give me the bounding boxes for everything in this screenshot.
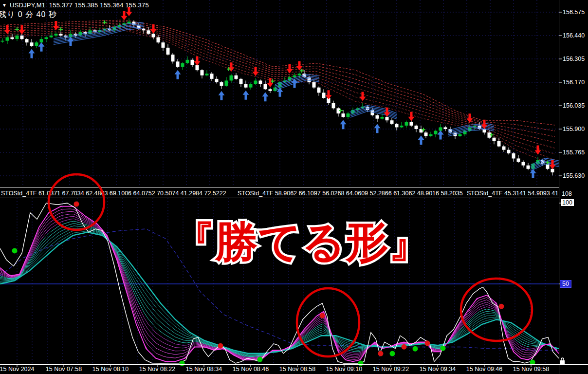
candle-body (171, 55, 175, 61)
candle-body (176, 61, 180, 67)
candle-body (497, 141, 501, 147)
buy-dot (180, 361, 185, 366)
time-axis-label: 15 Nov 09:58 (513, 366, 549, 373)
mt4-chart-window: { "header": { "symbol": "USDJPY,M1", "qu… (0, 0, 588, 374)
buy-signal-arrow (38, 42, 45, 52)
price-axis-label: 156.440 (563, 32, 585, 39)
candle-body (244, 84, 248, 88)
candle-body (220, 82, 223, 86)
buy-dot (441, 346, 446, 351)
sell-dot (425, 340, 430, 346)
sell-signal-arrow (19, 25, 25, 35)
candle-body (459, 134, 462, 136)
time-axis-label: 15 Nov 08:46 (233, 366, 269, 373)
candle-body (405, 122, 408, 126)
candle-body (181, 63, 184, 67)
buy-signal-arrow (530, 169, 536, 178)
candle-body (35, 42, 38, 46)
candle-body (215, 79, 219, 82)
candle-body (59, 34, 63, 36)
buy-signal-arrow (262, 92, 269, 101)
time-axis-label: 15 Nov 09:10 (326, 366, 362, 373)
candle-countdown-timer: 残り 0 分 40 秒 (0, 10, 57, 20)
candle-body (381, 117, 384, 119)
candle-body (157, 37, 160, 43)
candle-body (507, 150, 511, 153)
price-axis-label: 156.305 (563, 56, 585, 62)
price-axis-label: 156.035 (563, 102, 585, 109)
price-axis-label: 155.900 (563, 126, 585, 132)
buy-dot (257, 357, 263, 362)
candle-body (312, 82, 316, 88)
lock-icon (560, 360, 565, 364)
sell-dot (402, 344, 407, 350)
stochastic-values-group-3: STOStd_4TF 45.3141 54.9093 41 (467, 190, 558, 197)
buy-signal-arrow (374, 124, 381, 133)
sell-signal-arrow (194, 56, 201, 66)
price-axis-label: 155.630 (563, 172, 585, 179)
candle-body (400, 126, 404, 128)
candle-body (527, 166, 530, 169)
sell-dot (218, 343, 223, 349)
candle-body (25, 39, 29, 42)
sell-signal-arrow (360, 92, 366, 101)
time-axis-label: 15 Nov 08:22 (139, 366, 175, 373)
candle-body (210, 74, 214, 79)
candle-body (191, 60, 194, 65)
buy-signal-arrow (29, 49, 35, 58)
sell-signal-arrow (4, 25, 11, 34)
candle-body (235, 75, 238, 79)
candle-body (264, 84, 267, 90)
candle-body (239, 79, 243, 84)
stochastic-values-group-2: STOStd_4TF 58.9062 66.1097 56.0268 64.06… (238, 190, 463, 197)
candle-body (16, 36, 19, 39)
candle-body (128, 22, 131, 24)
price-axis-label: 155.765 (563, 149, 585, 156)
time-axis-label: 15 Nov 07:58 (46, 366, 82, 373)
buy-signal-arrow (175, 70, 181, 79)
sell-dot (499, 304, 504, 309)
candle-body (45, 37, 48, 39)
candle-body (502, 147, 506, 150)
buy-signal-arrow (418, 135, 424, 145)
candle-body (259, 80, 262, 84)
candle-body (298, 74, 301, 75)
chart-canvas[interactable]: STOStd_4TF 61.0371 67.7034 62.4803 69.10… (0, 0, 588, 374)
candle-body (186, 60, 189, 63)
symbol-dropdown-icon[interactable]: ▼ (2, 2, 7, 8)
candle-body (142, 29, 146, 31)
buy-dot (12, 248, 18, 253)
candle-body (390, 120, 394, 124)
price-axis-label: 156.170 (563, 79, 585, 86)
candle-body (274, 88, 277, 91)
time-axis-label: 15 Nov 2024 (0, 366, 34, 373)
candle-body (410, 122, 413, 126)
quote-ohlc: 155.377 155.385 155.364 155.375 (49, 1, 149, 9)
time-axis-label: 15 Nov 09:46 (466, 366, 502, 373)
candle-body (11, 37, 14, 39)
candle-body (166, 48, 170, 55)
candle-body (40, 39, 43, 42)
candle-body (6, 37, 9, 41)
candle-body (386, 117, 389, 120)
stochastic-values-group-1: STOStd_4TF 61.0371 67.7034 62.4803 69.10… (1, 190, 226, 197)
time-axis-label: 15 Nov 08:34 (186, 366, 222, 373)
buy-signal-arrow (438, 130, 444, 139)
candle-body (293, 75, 296, 77)
indicator-scale-top-label: 108 (562, 190, 572, 197)
buy-dot (530, 360, 535, 365)
candle-body (55, 34, 58, 36)
candle-body (50, 36, 53, 37)
candle-body (444, 127, 447, 129)
candle-body (415, 126, 418, 129)
time-axis-label: 15 Nov 08:10 (92, 366, 129, 373)
buy-signal-arrow (243, 91, 249, 100)
candle-body (30, 42, 34, 46)
buy-dot (413, 346, 418, 352)
sell-dot (378, 351, 384, 356)
symbol-title: USDJPY,M1 (10, 1, 45, 9)
candle-body (269, 89, 272, 91)
candle-body (522, 162, 525, 166)
sell-dot (320, 313, 325, 318)
candle-body (225, 80, 228, 86)
